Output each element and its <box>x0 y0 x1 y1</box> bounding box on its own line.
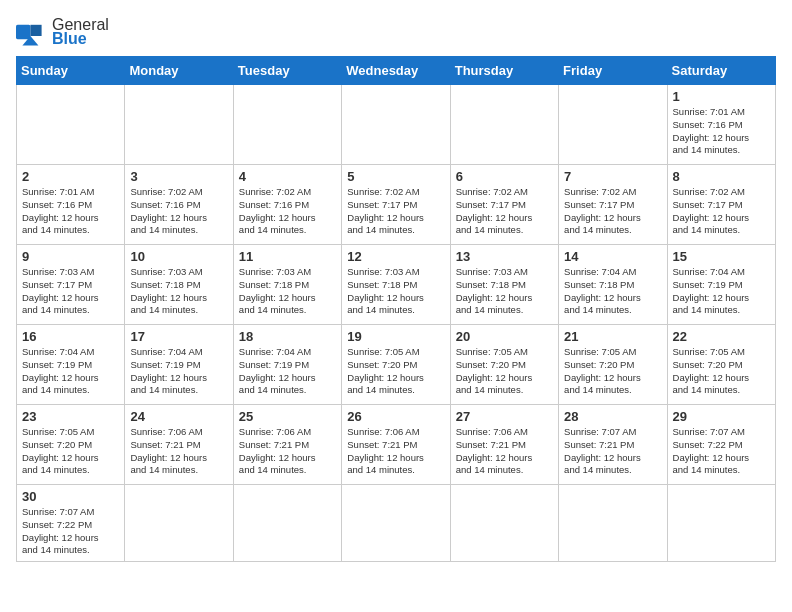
calendar-cell: 16Sunrise: 7:04 AM Sunset: 7:19 PM Dayli… <box>17 325 125 405</box>
weekday-header-row: SundayMondayTuesdayWednesdayThursdayFrid… <box>17 57 776 85</box>
day-number: 2 <box>22 169 119 184</box>
day-info: Sunrise: 7:05 AM Sunset: 7:20 PM Dayligh… <box>22 426 119 477</box>
day-number: 21 <box>564 329 661 344</box>
calendar-cell: 23Sunrise: 7:05 AM Sunset: 7:20 PM Dayli… <box>17 405 125 485</box>
day-info: Sunrise: 7:02 AM Sunset: 7:17 PM Dayligh… <box>564 186 661 237</box>
day-info: Sunrise: 7:03 AM Sunset: 7:18 PM Dayligh… <box>456 266 553 317</box>
day-number: 23 <box>22 409 119 424</box>
day-info: Sunrise: 7:07 AM Sunset: 7:22 PM Dayligh… <box>673 426 770 477</box>
calendar-cell <box>342 485 450 562</box>
day-number: 8 <box>673 169 770 184</box>
calendar-cell: 5Sunrise: 7:02 AM Sunset: 7:17 PM Daylig… <box>342 165 450 245</box>
week-row-5: 30Sunrise: 7:07 AM Sunset: 7:22 PM Dayli… <box>17 485 776 562</box>
weekday-header-monday: Monday <box>125 57 233 85</box>
weekday-header-wednesday: Wednesday <box>342 57 450 85</box>
calendar-cell: 21Sunrise: 7:05 AM Sunset: 7:20 PM Dayli… <box>559 325 667 405</box>
week-row-3: 16Sunrise: 7:04 AM Sunset: 7:19 PM Dayli… <box>17 325 776 405</box>
calendar-cell: 26Sunrise: 7:06 AM Sunset: 7:21 PM Dayli… <box>342 405 450 485</box>
week-row-4: 23Sunrise: 7:05 AM Sunset: 7:20 PM Dayli… <box>17 405 776 485</box>
calendar-cell: 15Sunrise: 7:04 AM Sunset: 7:19 PM Dayli… <box>667 245 775 325</box>
calendar-cell: 25Sunrise: 7:06 AM Sunset: 7:21 PM Dayli… <box>233 405 341 485</box>
page-header: General Blue <box>16 16 776 48</box>
day-info: Sunrise: 7:04 AM Sunset: 7:18 PM Dayligh… <box>564 266 661 317</box>
svg-marker-1 <box>30 25 41 36</box>
calendar-cell <box>450 485 558 562</box>
weekday-header-friday: Friday <box>559 57 667 85</box>
day-number: 15 <box>673 249 770 264</box>
day-info: Sunrise: 7:04 AM Sunset: 7:19 PM Dayligh… <box>22 346 119 397</box>
calendar-cell: 24Sunrise: 7:06 AM Sunset: 7:21 PM Dayli… <box>125 405 233 485</box>
day-info: Sunrise: 7:04 AM Sunset: 7:19 PM Dayligh… <box>673 266 770 317</box>
day-info: Sunrise: 7:03 AM Sunset: 7:18 PM Dayligh… <box>130 266 227 317</box>
day-info: Sunrise: 7:07 AM Sunset: 7:21 PM Dayligh… <box>564 426 661 477</box>
day-info: Sunrise: 7:05 AM Sunset: 7:20 PM Dayligh… <box>673 346 770 397</box>
week-row-1: 2Sunrise: 7:01 AM Sunset: 7:16 PM Daylig… <box>17 165 776 245</box>
day-info: Sunrise: 7:04 AM Sunset: 7:19 PM Dayligh… <box>130 346 227 397</box>
calendar-cell: 9Sunrise: 7:03 AM Sunset: 7:17 PM Daylig… <box>17 245 125 325</box>
day-info: Sunrise: 7:03 AM Sunset: 7:18 PM Dayligh… <box>239 266 336 317</box>
calendar-cell: 13Sunrise: 7:03 AM Sunset: 7:18 PM Dayli… <box>450 245 558 325</box>
day-number: 4 <box>239 169 336 184</box>
calendar-cell <box>559 485 667 562</box>
calendar-cell <box>125 485 233 562</box>
day-number: 29 <box>673 409 770 424</box>
calendar-cell <box>17 85 125 165</box>
calendar-cell: 12Sunrise: 7:03 AM Sunset: 7:18 PM Dayli… <box>342 245 450 325</box>
calendar-cell: 30Sunrise: 7:07 AM Sunset: 7:22 PM Dayli… <box>17 485 125 562</box>
calendar-cell: 2Sunrise: 7:01 AM Sunset: 7:16 PM Daylig… <box>17 165 125 245</box>
day-number: 3 <box>130 169 227 184</box>
week-row-2: 9Sunrise: 7:03 AM Sunset: 7:17 PM Daylig… <box>17 245 776 325</box>
calendar-cell: 7Sunrise: 7:02 AM Sunset: 7:17 PM Daylig… <box>559 165 667 245</box>
calendar-cell <box>233 485 341 562</box>
day-info: Sunrise: 7:03 AM Sunset: 7:18 PM Dayligh… <box>347 266 444 317</box>
day-number: 7 <box>564 169 661 184</box>
day-number: 24 <box>130 409 227 424</box>
day-number: 18 <box>239 329 336 344</box>
day-number: 25 <box>239 409 336 424</box>
day-number: 26 <box>347 409 444 424</box>
calendar-cell <box>450 85 558 165</box>
weekday-header-thursday: Thursday <box>450 57 558 85</box>
calendar-cell <box>342 85 450 165</box>
day-info: Sunrise: 7:05 AM Sunset: 7:20 PM Dayligh… <box>347 346 444 397</box>
day-number: 19 <box>347 329 444 344</box>
day-number: 28 <box>564 409 661 424</box>
day-number: 5 <box>347 169 444 184</box>
calendar-cell: 6Sunrise: 7:02 AM Sunset: 7:17 PM Daylig… <box>450 165 558 245</box>
calendar-cell: 3Sunrise: 7:02 AM Sunset: 7:16 PM Daylig… <box>125 165 233 245</box>
calendar-cell <box>125 85 233 165</box>
calendar-cell: 4Sunrise: 7:02 AM Sunset: 7:16 PM Daylig… <box>233 165 341 245</box>
day-info: Sunrise: 7:02 AM Sunset: 7:17 PM Dayligh… <box>456 186 553 237</box>
week-row-0: 1Sunrise: 7:01 AM Sunset: 7:16 PM Daylig… <box>17 85 776 165</box>
day-number: 14 <box>564 249 661 264</box>
day-info: Sunrise: 7:02 AM Sunset: 7:17 PM Dayligh… <box>673 186 770 237</box>
logo-icon <box>16 18 48 46</box>
day-number: 13 <box>456 249 553 264</box>
day-number: 10 <box>130 249 227 264</box>
day-info: Sunrise: 7:06 AM Sunset: 7:21 PM Dayligh… <box>347 426 444 477</box>
day-number: 27 <box>456 409 553 424</box>
calendar-cell: 19Sunrise: 7:05 AM Sunset: 7:20 PM Dayli… <box>342 325 450 405</box>
calendar-cell: 22Sunrise: 7:05 AM Sunset: 7:20 PM Dayli… <box>667 325 775 405</box>
day-info: Sunrise: 7:01 AM Sunset: 7:16 PM Dayligh… <box>22 186 119 237</box>
calendar-cell: 11Sunrise: 7:03 AM Sunset: 7:18 PM Dayli… <box>233 245 341 325</box>
day-number: 9 <box>22 249 119 264</box>
day-info: Sunrise: 7:03 AM Sunset: 7:17 PM Dayligh… <box>22 266 119 317</box>
weekday-header-sunday: Sunday <box>17 57 125 85</box>
svg-rect-0 <box>16 25 30 39</box>
calendar-cell: 29Sunrise: 7:07 AM Sunset: 7:22 PM Dayli… <box>667 405 775 485</box>
day-number: 16 <box>22 329 119 344</box>
day-info: Sunrise: 7:07 AM Sunset: 7:22 PM Dayligh… <box>22 506 119 557</box>
day-info: Sunrise: 7:05 AM Sunset: 7:20 PM Dayligh… <box>564 346 661 397</box>
day-number: 6 <box>456 169 553 184</box>
calendar-table: SundayMondayTuesdayWednesdayThursdayFrid… <box>16 56 776 562</box>
calendar-cell <box>233 85 341 165</box>
calendar-cell: 10Sunrise: 7:03 AM Sunset: 7:18 PM Dayli… <box>125 245 233 325</box>
day-number: 20 <box>456 329 553 344</box>
calendar-cell: 1Sunrise: 7:01 AM Sunset: 7:16 PM Daylig… <box>667 85 775 165</box>
day-info: Sunrise: 7:06 AM Sunset: 7:21 PM Dayligh… <box>239 426 336 477</box>
logo: General Blue <box>16 16 109 48</box>
day-number: 11 <box>239 249 336 264</box>
day-info: Sunrise: 7:02 AM Sunset: 7:16 PM Dayligh… <box>239 186 336 237</box>
day-number: 1 <box>673 89 770 104</box>
